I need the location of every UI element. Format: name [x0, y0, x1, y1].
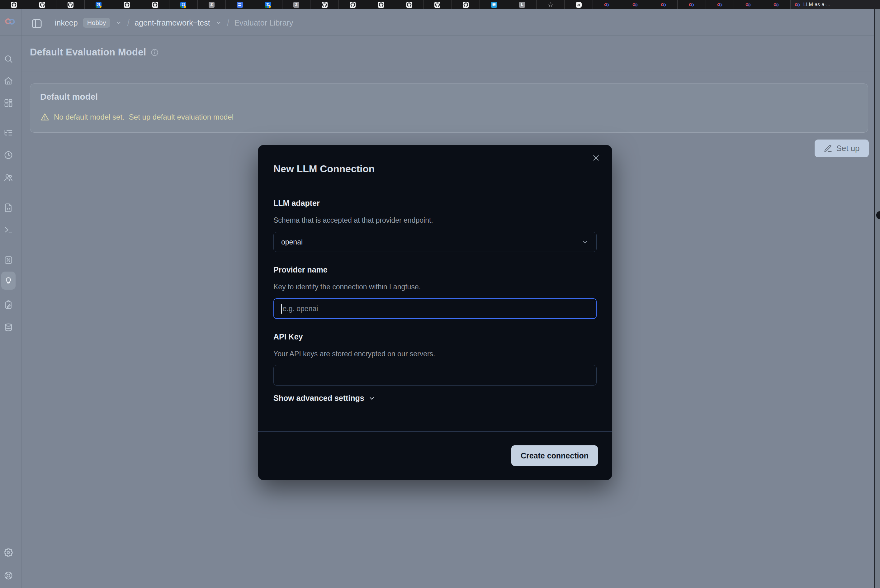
langfuse-favicon-icon [795, 2, 801, 8]
title-divider [21, 72, 874, 72]
docs-favicon-icon [237, 2, 243, 8]
org-switcher-chevron-down-icon[interactable] [115, 19, 122, 26]
langfuse-browser-tab[interactable] [621, 0, 649, 9]
langfuse-favicon-icon [632, 2, 639, 8]
github-browser-tab[interactable] [141, 0, 169, 9]
z-browser-tab[interactable]: Z [282, 0, 311, 9]
langfuse-browser-tab[interactable] [649, 0, 678, 9]
github-favicon-icon [67, 2, 73, 8]
github-browser-tab[interactable] [339, 0, 367, 9]
sidebar-item-dashboards[interactable] [1, 94, 16, 112]
gcal-browser-tab[interactable]: 31 [169, 0, 198, 9]
github-favicon-icon [463, 2, 469, 8]
sidebar-toggle-icon[interactable] [30, 18, 43, 30]
page-title: Default Evaluation Model [30, 47, 146, 58]
project-switcher-chevron-down-icon[interactable] [215, 19, 222, 26]
modal-header-divider [258, 185, 612, 185]
create-connection-button[interactable]: Create connection [511, 446, 598, 466]
llm-adapter-select[interactable]: openai [273, 232, 597, 252]
trace-tree-icon [4, 128, 13, 137]
z-favicon-icon: Z [208, 2, 215, 8]
database-icon [4, 322, 13, 332]
github-favicon-icon [321, 2, 328, 8]
github-browser-tab[interactable] [367, 0, 396, 9]
sidebar-item-users[interactable] [1, 168, 16, 186]
sidebar-item-evaluators[interactable] [1, 272, 16, 290]
set-up-button[interactable]: Set up [815, 140, 869, 157]
no-default-model-warning: No default model set. Set up default eva… [40, 112, 234, 122]
background-window-edge [874, 9, 880, 588]
langfuse-favicon-icon [660, 2, 666, 8]
docs-browser-tab[interactable] [226, 0, 254, 9]
sidebar-item-support[interactable] [1, 567, 16, 585]
langfuse-browser-tab[interactable] [678, 0, 706, 9]
create-connection-label: Create connection [521, 451, 589, 460]
card-title: Default model [40, 92, 98, 102]
default-model-card: Default model No default model set. Set … [30, 84, 868, 133]
whiteapp-browser-tab[interactable] [565, 0, 593, 9]
lightbulb-icon [4, 276, 13, 285]
github-browser-tab[interactable] [452, 0, 480, 9]
sidebar-item-tracing[interactable] [1, 124, 16, 142]
langfuse-browser-tab[interactable] [762, 0, 791, 9]
langfuse-browser-tab[interactable] [734, 0, 762, 9]
breadcrumb-project[interactable]: agent-framework=test [135, 18, 210, 27]
github-browser-tab[interactable] [0, 0, 28, 9]
provider-name-label: Provider name [273, 266, 328, 274]
l-browser-tab[interactable]: L [508, 0, 537, 9]
info-icon[interactable] [150, 48, 159, 57]
warning-triangle-icon [40, 112, 49, 122]
home-icon [4, 76, 13, 86]
api-key-label: API Key [273, 332, 303, 341]
breadcrumb-separator: / [127, 17, 129, 28]
set-up-button-label: Set up [836, 144, 859, 153]
browser-tab-active[interactable]: LLM-as-a-... [791, 0, 880, 9]
sidebar-item-evaluation[interactable] [1, 251, 16, 269]
breadcrumb-separator: / [227, 17, 229, 28]
github-favicon-icon [435, 2, 441, 8]
sidebar-item-search[interactable] [1, 50, 16, 68]
breadcrumb-org[interactable]: inkeep [55, 18, 78, 27]
api-key-input[interactable] [273, 365, 597, 386]
z-browser-tab[interactable]: Z [198, 0, 226, 9]
modal-title: New LLM Connection [273, 163, 375, 175]
chat-browser-tab[interactable] [480, 0, 508, 9]
gcal-favicon-icon: 31 [96, 2, 102, 8]
sidebar-item-sessions[interactable] [1, 146, 16, 164]
gcal-browser-tab[interactable]: 31 [254, 0, 282, 9]
terminal-icon [4, 225, 13, 235]
show-advanced-settings-toggle[interactable]: Show advanced settings [273, 394, 376, 403]
langfuse-favicon-icon [688, 2, 695, 8]
sidebar-item-settings[interactable] [1, 543, 16, 561]
sidebar-item-datasets[interactable] [1, 318, 16, 336]
langfuse-browser-tab[interactable] [593, 0, 621, 9]
star-browser-tab[interactable] [537, 0, 565, 9]
github-favicon-icon [124, 2, 130, 8]
provider-name-input[interactable]: e.g. openai [273, 298, 597, 319]
close-icon[interactable] [591, 153, 601, 163]
github-browser-tab[interactable] [56, 0, 85, 9]
github-browser-tab[interactable] [423, 0, 452, 9]
llm-adapter-value: openai [281, 238, 303, 246]
langfuse-browser-tab[interactable] [706, 0, 734, 9]
sidebar-item-playground[interactable] [1, 221, 16, 239]
github-favicon-icon [378, 2, 384, 8]
gcal-browser-tab[interactable]: 31 [85, 0, 113, 9]
llm-adapter-description: Schema that is accepted at that provider… [273, 216, 433, 225]
warning-text: No default model set. [54, 113, 124, 122]
provider-name-placeholder: e.g. openai [283, 304, 318, 313]
browser-tab-bar: 3131Z31ZL LLM-as-a-... [0, 0, 880, 9]
github-browser-tab[interactable] [28, 0, 57, 9]
whiteapp-favicon-icon [576, 2, 582, 8]
setup-default-model-link[interactable]: Set up default evaluation model [129, 113, 234, 122]
github-browser-tab[interactable] [395, 0, 423, 9]
sidebar-item-annotation[interactable] [1, 296, 16, 314]
gear-icon [4, 548, 13, 557]
github-browser-tab[interactable] [113, 0, 141, 9]
github-favicon-icon [39, 2, 45, 8]
github-browser-tab[interactable] [310, 0, 339, 9]
sidebar-item-home[interactable] [1, 72, 16, 90]
header-divider [0, 36, 874, 36]
sidebar-item-prompts[interactable] [1, 199, 16, 217]
langfuse-logo-icon[interactable] [4, 16, 16, 27]
